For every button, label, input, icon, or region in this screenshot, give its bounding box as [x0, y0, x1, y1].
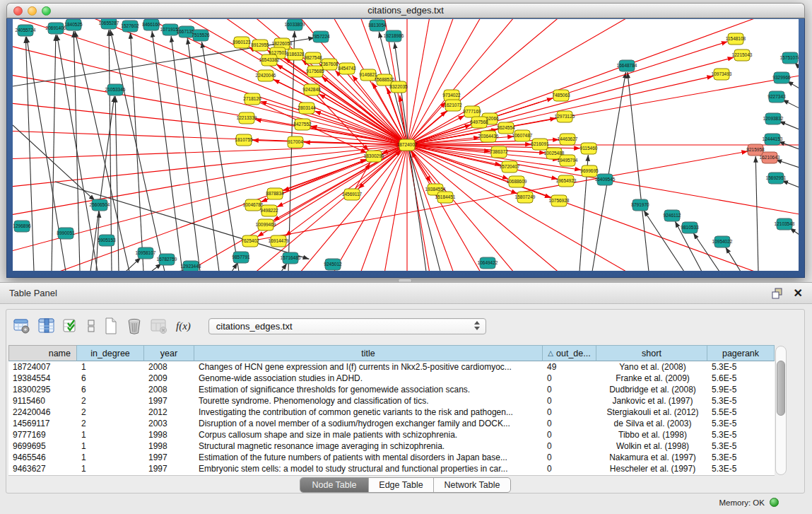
memory-ok-indicator[interactable]	[770, 498, 779, 507]
table-cell[interactable]: 5.3E-5	[707, 429, 775, 440]
table-cell[interactable]: Jankovic et al. (1997)	[596, 395, 707, 407]
table-cell[interactable]: 1997	[144, 452, 194, 463]
table-cell[interactable]: 9777169	[8, 429, 77, 440]
column-header-title[interactable]: title	[194, 345, 543, 361]
graph-node[interactable]: 8454743	[338, 63, 356, 74]
column-header-year[interactable]: year	[144, 345, 194, 361]
graph-node[interactable]: 14463627	[558, 134, 578, 145]
graph-node[interactable]: 9498222	[260, 205, 278, 216]
table-cell[interactable]: 22420046	[8, 407, 77, 418]
graph-node[interactable]: 9227343	[767, 91, 786, 103]
graph-node[interactable]: 9810533	[681, 222, 699, 233]
graph-node[interactable]: 10954022	[712, 236, 733, 247]
table-cell[interactable]: 1998	[144, 429, 194, 440]
table-cell[interactable]: 9115460	[8, 395, 77, 407]
graph-node[interactable]: 1810755	[235, 134, 253, 146]
graph-node[interactable]: 1840525	[64, 19, 83, 30]
graph-node[interactable]: 7386372	[490, 146, 508, 158]
table-row[interactable]: 1872400712008Changes of HCN gene express…	[8, 361, 775, 373]
table-cell[interactable]: 5.3E-5	[707, 418, 775, 429]
table-cell[interactable]: 5.9E-5	[707, 384, 775, 395]
table-cell[interactable]: Estimation of significance thresholds fo…	[194, 384, 543, 395]
table-cell[interactable]: 0	[543, 440, 596, 452]
graph-node[interactable]: 3624554	[497, 122, 515, 134]
table-cell[interactable]: 6	[77, 373, 144, 384]
graph-node[interactable]: 8878834	[266, 188, 284, 199]
zoom-window-icon[interactable]	[42, 6, 51, 16]
graph-node[interactable]: 15807249	[515, 192, 536, 203]
graph-node[interactable]: 15716485	[281, 252, 301, 264]
table-cell[interactable]: 9699695	[8, 440, 77, 452]
table-cell[interactable]: 2009	[144, 373, 194, 384]
table-cell[interactable]: 0	[543, 395, 596, 407]
graph-node[interactable]: 16543382	[259, 54, 280, 66]
graph-node[interactable]: 6216091	[531, 139, 549, 150]
table-cell[interactable]: 1	[77, 361, 144, 373]
close-window-icon[interactable]	[13, 6, 23, 16]
table-cell[interactable]: Embryonic stem cells: a model to study s…	[194, 463, 543, 474]
window-titlebar[interactable]: citations_edges.txt	[6, 3, 805, 18]
table-cell[interactable]: 1998	[144, 440, 194, 452]
table-cell[interactable]: 1	[77, 452, 144, 463]
graph-node[interactable]: 16210643	[760, 152, 780, 163]
table-cell[interactable]: 9465546	[8, 452, 77, 463]
table-cell[interactable]: 0	[543, 384, 596, 395]
table-cell[interactable]: 2	[77, 395, 144, 407]
table-cell[interactable]: 18300295	[8, 384, 77, 395]
table-row[interactable]: 2242004622012Investigating the contribut…	[8, 407, 775, 418]
graph-node[interactable]: 15720407	[500, 161, 520, 173]
table-row[interactable]: 977716911998Corpus callosum shape and si…	[8, 429, 775, 440]
graph-node[interactable]: 24055724	[16, 25, 36, 36]
graph-node[interactable]: 9329966	[772, 72, 791, 83]
table-cell[interactable]: Stergiakouli et al. (2012)	[596, 407, 707, 418]
table-cell[interactable]: 1997	[144, 395, 194, 407]
table-cell[interactable]: Genome-wide association studies in ADHD.	[194, 373, 543, 384]
graph-node[interactable]: 9699695	[580, 165, 599, 177]
graph-node[interactable]: 5905153	[98, 235, 116, 246]
table-cell[interactable]: 0	[543, 418, 596, 429]
graph-node[interactable]: 16782759	[157, 254, 177, 265]
column-preferences-icon[interactable]	[37, 316, 56, 336]
graph-node[interactable]: 7485063	[552, 90, 570, 101]
table-cell[interactable]: 6	[77, 384, 144, 395]
table-row[interactable]: 1830029562008Estimation of significance …	[8, 384, 775, 395]
table-cell[interactable]: 5.5E-5	[707, 407, 775, 418]
graph-node[interactable]: 9857791	[232, 252, 250, 263]
select-rows-icon[interactable]	[62, 316, 79, 336]
graph-node[interactable]: 19495794	[558, 155, 578, 166]
graph-node[interactable]: 9115460	[580, 143, 598, 154]
float-panel-icon[interactable]	[771, 287, 784, 300]
graph-node[interactable]: 16914479	[269, 235, 289, 247]
table-cell[interactable]: 2008	[144, 384, 194, 395]
graph-node[interactable]: 15184451	[435, 192, 456, 203]
graph-node[interactable]: 8186328	[286, 49, 305, 60]
column-header-in_degree[interactable]: in_degree	[77, 345, 144, 361]
column-header-name[interactable]: name	[8, 345, 77, 361]
graph-node[interactable]: 21053346	[105, 84, 126, 95]
table-cell[interactable]: 5.3E-5	[707, 395, 775, 407]
graph-node[interactable]: 19654923	[556, 175, 577, 187]
graph-node[interactable]: 12093832	[763, 113, 784, 124]
table-cell[interactable]: 1	[77, 429, 144, 440]
graph-node[interactable]: 9246112	[664, 210, 681, 221]
table-cell[interactable]: 2	[77, 407, 144, 418]
graph-node[interactable]: 1527602	[121, 21, 139, 32]
graph-node[interactable]: 12444153	[763, 134, 783, 145]
stacked-rows-icon[interactable]	[86, 316, 97, 336]
table-cell[interactable]: de Silva et al. (2003)	[596, 418, 707, 429]
table-cell[interactable]: 0	[543, 463, 596, 474]
table-cell[interactable]: Structural magnetic resonance image aver…	[194, 440, 543, 452]
table-cell[interactable]: 5.3E-5	[707, 361, 775, 373]
graph-node[interactable]: 19218986	[384, 30, 404, 42]
graph-node[interactable]: 12923448	[181, 261, 201, 271]
graph-node[interactable]: 8427552	[293, 119, 312, 130]
column-header-pagerank[interactable]: pagerank	[707, 345, 775, 361]
graph-node[interactable]: 12215043	[732, 49, 753, 61]
graph-node[interactable]: 9827548	[304, 52, 322, 64]
network-canvas[interactable]: 8960123891295518226058912750316543382818…	[13, 19, 799, 271]
graph-node[interactable]: 8813054	[368, 20, 387, 31]
delete-table-icon[interactable]	[125, 316, 143, 336]
table-vertical-scrollbar[interactable]	[775, 346, 787, 475]
graph-node[interactable]: 14569117	[342, 189, 363, 200]
graph-node[interactable]: 12973125	[555, 111, 575, 122]
